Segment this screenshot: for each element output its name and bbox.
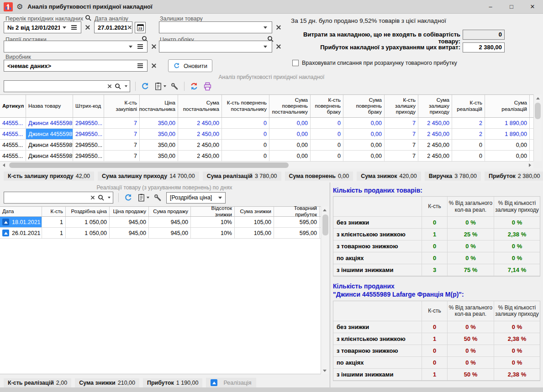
table-cell[interactable]: Джинси 44555989 La... [26,140,73,150]
table-cell[interactable]: 26.01.2021 [0,228,42,238]
analysis-date-input[interactable] [98,24,127,31]
search-icon[interactable] [85,15,92,23]
table-cell[interactable]: 945,00 [110,217,149,227]
table-cell[interactable]: 0,00 [269,129,311,139]
table-cell[interactable]: 945,00 [149,217,191,227]
table-cell[interactable]: 0 [222,151,269,161]
stock-clear-button[interactable] [275,24,282,31]
column-header[interactable]: Ціна продажу [110,207,149,216]
table-cell[interactable]: 44555... [0,140,26,150]
table-cell[interactable]: 595,00 [274,217,320,227]
refresh-all-icon[interactable] [190,82,199,91]
expenses-field[interactable]: 0 [463,30,505,40]
table-cell[interactable]: 44555... [0,129,26,139]
table-cell[interactable]: 7 [385,129,418,139]
column-header[interactable]: К-сть повернень постачальнику [222,95,269,117]
table-cell[interactable]: 2 [452,118,485,128]
table-cell[interactable]: 7 [104,140,140,150]
column-header[interactable]: Сума реалізацій [485,95,530,117]
table-cell[interactable]: 10% [191,217,235,227]
column-header[interactable]: Дата [0,207,42,216]
table-row[interactable]: 44555...Джинси 44555989 La...2949550...7… [0,129,533,140]
table-cell[interactable]: 2 450,00 [418,129,452,139]
chevron-down-icon[interactable] [63,26,66,29]
manufacturer-combo[interactable]: <немає даних> [4,60,148,72]
table-cell[interactable]: 7 [385,140,418,150]
search-icon[interactable] [115,83,121,90]
table-cell[interactable]: 0,00 [485,140,530,150]
table-cell[interactable]: 0,00 [269,140,311,150]
table-cell[interactable]: 2949550... [73,151,104,161]
manufacturer-clear-button[interactable] [150,62,158,69]
report-caret-icon[interactable] [147,197,149,199]
table-cell[interactable]: 7 [385,151,418,161]
search-icon[interactable] [98,194,105,201]
list-picker-icon[interactable] [71,25,77,30]
chevron-down-icon[interactable] [264,46,267,48]
accounting-center-combo[interactable] [159,41,272,52]
search-input[interactable] [6,194,88,201]
table-cell[interactable]: 350,00 [140,118,178,128]
list-picker-icon[interactable] [137,63,143,68]
table-row[interactable]: 26.01.202111 050,00945,00945,0010%105,00… [0,228,321,239]
search-options-caret-icon[interactable] [125,85,127,87]
table-cell[interactable]: 2 450,00 [418,140,452,150]
table-cell[interactable]: 0,00 [269,118,311,128]
clear-search-icon[interactable] [107,84,112,89]
table-cell[interactable]: 7 [104,118,140,128]
table-cell[interactable]: 0,00 [343,129,385,139]
settings-gear-icon[interactable]: ⚙ [16,3,23,10]
price-type-select[interactable]: [Роздрібна ціна] [166,192,226,204]
table-cell[interactable]: 0 [452,140,485,150]
table-cell[interactable]: 0 [311,129,343,139]
table-cell[interactable]: 2 450,00 [178,118,222,128]
report-caret-icon[interactable] [163,85,166,87]
table-cell[interactable]: 0,00 [485,151,530,161]
list-picker-icon[interactable] [137,44,143,49]
maximize-button[interactable]: □ [501,0,522,14]
table-cell[interactable]: 0,00 [343,118,385,128]
invoice-list-clear-button[interactable] [84,24,91,31]
column-header[interactable]: Роздрібна ціна [66,207,110,216]
column-header[interactable]: Сума повернень браку [343,95,385,117]
report-clipboard-icon[interactable] [137,193,149,202]
table-cell[interactable]: 1 [42,228,66,238]
refresh-grid-icon[interactable] [124,193,133,202]
minimize-button[interactable]: – [480,0,501,14]
table-cell[interactable]: 0 [311,118,343,128]
column-header[interactable]: К-сть залишку приходу [385,95,418,117]
wrench-icon[interactable] [153,193,162,202]
table-row[interactable]: 44555...Джинси 44555989 La...2949550...7… [0,151,533,162]
search-input[interactable] [6,83,105,90]
column-header[interactable]: Відсоток знижки [191,207,235,216]
table-cell[interactable]: 0 [311,140,343,150]
accounting-center-clear-button[interactable] [275,43,282,50]
table-cell[interactable]: 2 450,00 [178,129,222,139]
table-cell[interactable]: 350,00 [140,129,178,139]
column-header[interactable]: К-сть закупівлі [104,95,140,117]
invoice-list-combo[interactable]: № 2 від 12/01/2021 [4,21,81,33]
clear-search-icon[interactable] [90,195,95,200]
table-row[interactable]: 44555...Джинси 44555989 La...2949550...7… [0,140,533,151]
calendar-button[interactable]: 23 [135,22,146,33]
close-button[interactable]: ✕ [522,0,543,14]
table-cell[interactable]: 945,00 [110,228,149,238]
wrench-icon[interactable] [170,82,179,91]
table-cell[interactable]: 0 [222,140,269,150]
table-cell[interactable]: 2949550... [73,140,104,150]
table-cell[interactable]: 350,00 [140,151,178,161]
supply-batches-combo[interactable] [4,41,148,52]
table-cell[interactable]: 44555... [0,151,26,161]
table-cell[interactable]: 2949550... [73,118,104,128]
table-cell[interactable]: 0,00 [269,151,311,161]
table-cell[interactable]: 945,00 [149,228,191,238]
table-row[interactable]: 18.01.202111 050,00945,00945,0010%105,00… [0,217,321,228]
table-cell[interactable]: Джинси 44555989 La... [26,151,73,161]
table-cell[interactable]: 2 450,00 [418,151,452,161]
table-cell[interactable]: 0 [311,151,343,161]
column-header[interactable]: Сума знижки [235,207,274,216]
table-cell[interactable]: 2 450,00 [178,140,222,150]
table-cell[interactable]: 0,00 [343,140,385,150]
column-header[interactable]: Назва товару [26,95,73,117]
stock-combo[interactable] [159,21,272,33]
